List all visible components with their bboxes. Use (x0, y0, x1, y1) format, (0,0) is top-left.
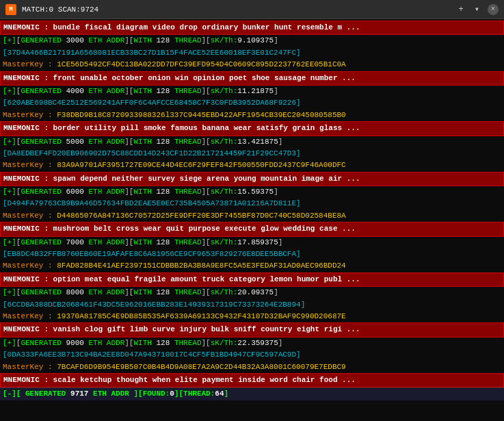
terminal-line: MasterKey : 1CE56D5492CF4DC13BA022DD7DFC… (0, 59, 504, 71)
terminal-line: MNEMONIC : option meat equal fragile amo… (0, 272, 504, 287)
terminal-line: MNEMONIC : bundle fiscal diagram video d… (0, 21, 504, 35)
new-tab-button[interactable]: + (456, 3, 466, 16)
tab-dropdown-button[interactable]: ▾ (472, 3, 482, 16)
terminal-line: MasterKey : D44865076A847136C70572D25FE9… (0, 210, 504, 222)
terminal-line: [0DA333FA6EE3B713C94BA2EE8D047A943710017… (0, 349, 504, 361)
terminal-line: MasterKey : 8FAD828B4E41AEF2397151CDBBB2… (0, 260, 504, 272)
title-bar-title: MATCH:0 SCAN:9724 (22, 5, 98, 14)
terminal-line: MNEMONIC : border utility pill smoke fam… (0, 121, 504, 136)
terminal-line: [EB8DC4B32FFB8760EB60E19AFAFE8C6A81956CE… (0, 248, 504, 260)
terminal-line: MasterKey : 7BCAFD6D9B954E9B507C0B4B4D9A… (0, 361, 504, 373)
terminal-line: [+][GENERATED 9000 ETH ADDR][WITH 128 TH… (0, 337, 504, 349)
terminal-line: MNEMONIC : scale ketchup thought when el… (0, 373, 504, 387)
app-icon: M (5, 4, 16, 15)
title-bar-left: M MATCH:0 SCAN:9724 (5, 4, 98, 15)
terminal-line: MNEMONIC : vanish clog gift limb curve i… (0, 322, 504, 337)
title-bar-controls: + ▾ × (456, 3, 499, 16)
terminal-line: [+][GENERATED 8000 ETH ADDR][WITH 128 TH… (0, 287, 504, 298)
terminal-line: MasterKey : F38DBD9B18C8720933988326l337… (0, 110, 504, 121)
close-button[interactable]: × (488, 4, 499, 15)
terminal-line: [D494FA79763CB9B9A46D57634FBD2EAE5E0EC73… (0, 198, 504, 209)
terminal-line: [+][GENERATED 7000 ETH ADDR][WITH 128 TH… (0, 237, 504, 248)
terminal-line: MasterKey : 19370A81785C4E9DB85B535AF633… (0, 311, 504, 322)
terminal-line: [620ABE698BC4E2512E569241AFF0F6C4AFCCE68… (0, 97, 504, 109)
terminal-body: MNEMONIC : bundle fiscal diagram video d… (0, 19, 504, 421)
terminal-line: MNEMONIC : mushroom belt cross wear quit… (0, 222, 504, 236)
terminal-line: [DA8EDBEF4FD20EB906902D75C88CDD14D243CF1… (0, 148, 504, 160)
terminal-line: [+][GENERATED 3000 ETH ADDR][WITH 128 TH… (0, 35, 504, 47)
terminal-line: [+][GENERATED 5000 ETH ADDR][WITH 128 TH… (0, 136, 504, 148)
terminal-line: [37D4A466B217191A6568081ECB33BC27D1B15F4… (0, 47, 504, 59)
title-bar: M MATCH:0 SCAN:9724 + ▾ × (0, 0, 504, 19)
terminal-line: [6CCD8A388DCB2068461F43DC5E962016EBB283E… (0, 299, 504, 311)
terminal-line: [+][GENERATED 6000 ETH ADDR][WITH 128 TH… (0, 186, 504, 198)
terminal-line: MNEMONIC : spawn depend neither survey s… (0, 172, 504, 186)
terminal-line: [+][GENERATED 4000 ETH ADDR][WITH 128 TH… (0, 86, 504, 97)
terminal-line: MNEMONIC : front unable october onion wi… (0, 71, 504, 86)
terminal-line: [-][ GENERATED 9717 ETH ADDR ][FOUND:0][… (0, 387, 504, 400)
terminal-line: MasterKey : 83A9A9701AF3951727E09CE44D4E… (0, 160, 504, 171)
